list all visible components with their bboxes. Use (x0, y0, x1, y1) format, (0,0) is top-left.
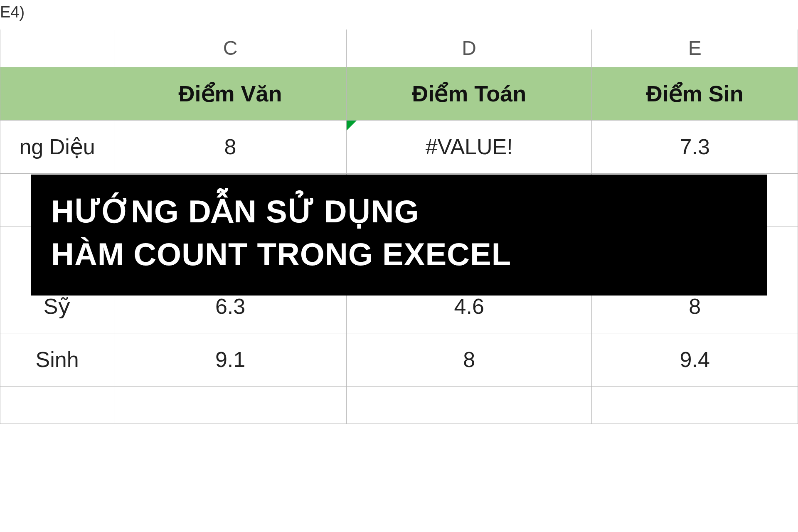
cell-sinh-0[interactable]: 7.3 (592, 120, 798, 173)
cell-empty[interactable] (346, 386, 591, 424)
table-row: Sinh 9.1 8 9.4 (0, 333, 798, 386)
cell-empty[interactable] (592, 386, 798, 424)
title-banner: HƯỚNG DẪN SỬ DỤNG HÀM COUNT TRONG EXECEL (31, 175, 767, 296)
banner-line-1: HƯỚNG DẪN SỬ DỤNG (51, 190, 747, 233)
cell-empty[interactable] (0, 386, 114, 424)
col-letter-d[interactable]: D (346, 30, 591, 67)
banner-line-2: HÀM COUNT TRONG EXECEL (51, 233, 747, 276)
cell-toan-0[interactable]: #VALUE! (346, 120, 591, 173)
header-row: Điểm Văn Điểm Toán Điểm Sin (0, 67, 798, 120)
table-row (0, 386, 798, 424)
header-name-blank[interactable] (0, 67, 114, 120)
col-letter-c[interactable]: C (114, 30, 347, 67)
cell-van-4[interactable]: 9.1 (114, 333, 347, 386)
cell-name-0[interactable]: ng Diệu (0, 120, 114, 173)
cell-name-4[interactable]: Sinh (0, 333, 114, 386)
header-van[interactable]: Điểm Văn (114, 67, 347, 120)
header-toan[interactable]: Điểm Toán (346, 67, 591, 120)
cell-van-0[interactable]: 8 (114, 120, 347, 173)
col-letter-blank[interactable] (0, 30, 114, 67)
header-sinh[interactable]: Điểm Sin (592, 67, 798, 120)
table-row: ng Diệu 8 #VALUE! 7.3 (0, 120, 798, 173)
formula-bar[interactable]: E4) (0, 0, 798, 30)
cell-sinh-4[interactable]: 9.4 (592, 333, 798, 386)
cell-toan-4[interactable]: 8 (346, 333, 591, 386)
column-letter-row: C D E (0, 30, 798, 67)
col-letter-e[interactable]: E (592, 30, 798, 67)
cell-empty[interactable] (114, 386, 347, 424)
